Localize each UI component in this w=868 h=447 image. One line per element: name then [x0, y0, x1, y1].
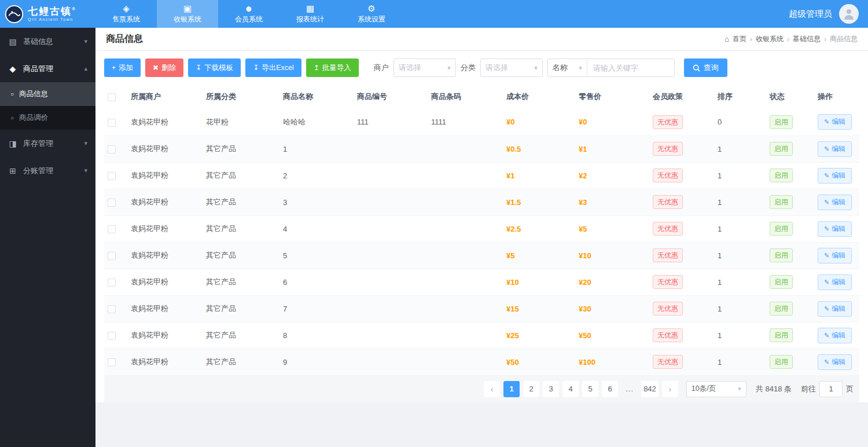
brand-subtitle: Qili Ancient Town: [28, 17, 75, 22]
page-number-6[interactable]: 6: [602, 381, 618, 397]
page-number-3[interactable]: 3: [543, 381, 559, 397]
merchant-select[interactable]: 请选择 ▾: [393, 58, 456, 77]
keyword-input[interactable]: [587, 59, 674, 76]
sidebar-subitem-label: 商品调价: [19, 113, 48, 123]
row-checkbox[interactable]: [108, 252, 116, 260]
cell-product-code: [354, 322, 428, 349]
goto-page-input[interactable]: [819, 381, 843, 397]
cell-retail-price: ¥5: [575, 215, 649, 242]
upload-icon: ↥: [314, 64, 319, 71]
nav-tab-会员系统[interactable]: ☻ 会员系统: [218, 0, 279, 28]
nav-tab-系统设置[interactable]: ⚙ 系统设置: [341, 0, 402, 28]
chevron-icon: ▾: [84, 140, 87, 147]
cell-checkbox: [104, 162, 127, 189]
nav-tab-label: 售票系统: [112, 14, 140, 24]
cell-sort: 1: [714, 242, 766, 269]
prev-page-button[interactable]: ‹: [484, 381, 500, 397]
cell-sort: 1: [714, 322, 766, 349]
column-header-状态: 状态: [766, 85, 814, 109]
table-row: 袁妈花甲粉 花甲粉 哈哈哈 111 1111 ¥0 ¥0 无优惠 0 启用 ✎ …: [104, 109, 859, 135]
category-select-placeholder: 请选择: [486, 63, 508, 73]
cell-cost-price: ¥25: [503, 322, 575, 349]
select-all-checkbox[interactable]: [108, 93, 116, 101]
download-template-button[interactable]: ↧ 下载模板: [188, 58, 241, 77]
category-select[interactable]: 请选择 ▾: [480, 58, 543, 77]
column-header-操作: 操作: [814, 85, 859, 109]
cell-action: ✎ 编辑: [814, 162, 859, 189]
edit-button[interactable]: ✎ 编辑: [818, 354, 852, 370]
sidebar-item-分账管理[interactable]: ⊞ 分账管理 ▾: [0, 157, 95, 184]
column-header-商品名称: 商品名称: [279, 85, 354, 109]
export-excel-button[interactable]: ↧ 导出Excel: [245, 58, 301, 77]
row-checkbox[interactable]: [108, 358, 116, 367]
sidebar-subitem-商品调价[interactable]: ○ 商品调价: [0, 106, 95, 130]
nav-tab-收银系统[interactable]: ▣ 收银系统: [157, 0, 218, 28]
sidebar-group: ◆ 商品管理 ▴ ○ 商品信息 ○ 商品调价: [0, 55, 95, 130]
policy-badge: 无优惠: [653, 275, 683, 289]
search-button-label: 查询: [704, 63, 719, 73]
cell-policy: 无优惠: [649, 162, 714, 189]
edit-button[interactable]: ✎ 编辑: [818, 141, 852, 157]
nav-tab-报表统计[interactable]: ▦ 报表统计: [279, 0, 341, 28]
row-checkbox[interactable]: [108, 225, 116, 233]
edit-button[interactable]: ✎ 编辑: [818, 168, 852, 184]
page-title: 商品信息: [106, 33, 143, 45]
cell-cost-price: ¥0: [503, 109, 575, 135]
page-number-2[interactable]: 2: [523, 381, 539, 397]
cell-checkbox: [104, 349, 127, 375]
sidebar-item-商品管理[interactable]: ◆ 商品管理 ▴: [0, 55, 95, 82]
total-count: 共 8418 条: [756, 384, 792, 394]
nav-tab-售票系统[interactable]: ◈ 售票系统: [95, 0, 157, 28]
edit-button[interactable]: ✎ 编辑: [818, 328, 852, 343]
page-number-5[interactable]: 5: [582, 381, 598, 397]
breadcrumb-item[interactable]: 基础信息: [793, 34, 821, 44]
row-checkbox[interactable]: [108, 332, 116, 340]
row-checkbox[interactable]: [108, 305, 116, 313]
delete-button[interactable]: ✖ 删除: [145, 58, 183, 77]
edit-button[interactable]: ✎ 编辑: [818, 195, 852, 210]
row-checkbox[interactable]: [108, 199, 116, 207]
row-checkbox[interactable]: [108, 119, 116, 127]
add-button[interactable]: + 添加: [104, 58, 141, 77]
dot-icon: ○: [10, 115, 14, 121]
nav-tab-label: 收银系统: [174, 14, 201, 24]
edit-button[interactable]: ✎ 编辑: [818, 221, 852, 237]
chevron-down-icon: ▾: [447, 64, 451, 72]
brand-logo: 七鲤古镇® Qili Ancient Town: [0, 0, 95, 28]
cell-product-name: 哈哈哈: [279, 109, 354, 135]
row-checkbox[interactable]: [108, 172, 116, 180]
edit-button-label: 编辑: [832, 304, 845, 314]
page-number-842[interactable]: 842: [641, 381, 659, 397]
breadcrumb-item[interactable]: 首页: [733, 34, 746, 44]
edit-icon: ✎: [824, 359, 829, 365]
policy-badge: 无优惠: [653, 115, 683, 129]
table-body: 袁妈花甲粉 花甲粉 哈哈哈 111 1111 ¥0 ¥0 无优惠 0 启用 ✎ …: [104, 109, 859, 375]
edit-button-label: 编辑: [832, 357, 845, 367]
sidebar-subitem-商品信息[interactable]: ○ 商品信息: [0, 82, 95, 106]
policy-badge: 无优惠: [653, 168, 683, 182]
page-size-select[interactable]: 10条/页 ▾: [686, 381, 746, 397]
field-select[interactable]: 名称 ▾: [548, 59, 587, 76]
edit-button[interactable]: ✎ 编辑: [818, 274, 852, 290]
policy-badge: 无优惠: [653, 355, 683, 369]
sidebar-item-基础信息[interactable]: ▤ 基础信息 ▾: [0, 28, 95, 55]
row-checkbox[interactable]: [108, 279, 116, 287]
breadcrumb-separator: ›: [787, 35, 789, 43]
next-page-button[interactable]: ›: [662, 381, 678, 397]
breadcrumb-item[interactable]: 收银系统: [756, 34, 784, 44]
search-button[interactable]: 查询: [684, 58, 727, 77]
user-avatar[interactable]: [839, 4, 859, 24]
cell-status: 启用: [766, 135, 814, 162]
cell-product-name: 5: [279, 242, 354, 269]
edit-button[interactable]: ✎ 编辑: [818, 248, 852, 263]
page-number-1[interactable]: 1: [503, 381, 520, 397]
page-number-4[interactable]: 4: [562, 381, 579, 397]
row-checkbox[interactable]: [108, 145, 116, 153]
edit-button[interactable]: ✎ 编辑: [818, 301, 852, 317]
goto-suffix: 页: [846, 384, 854, 394]
batch-import-button[interactable]: ↥ 批量导入: [306, 58, 359, 77]
edit-button[interactable]: ✎ 编辑: [818, 114, 852, 130]
sidebar-item-库存管理[interactable]: ◨ 库存管理 ▾: [0, 130, 95, 157]
cell-checkbox: [104, 322, 127, 349]
cell-product-name: 1: [279, 135, 354, 162]
